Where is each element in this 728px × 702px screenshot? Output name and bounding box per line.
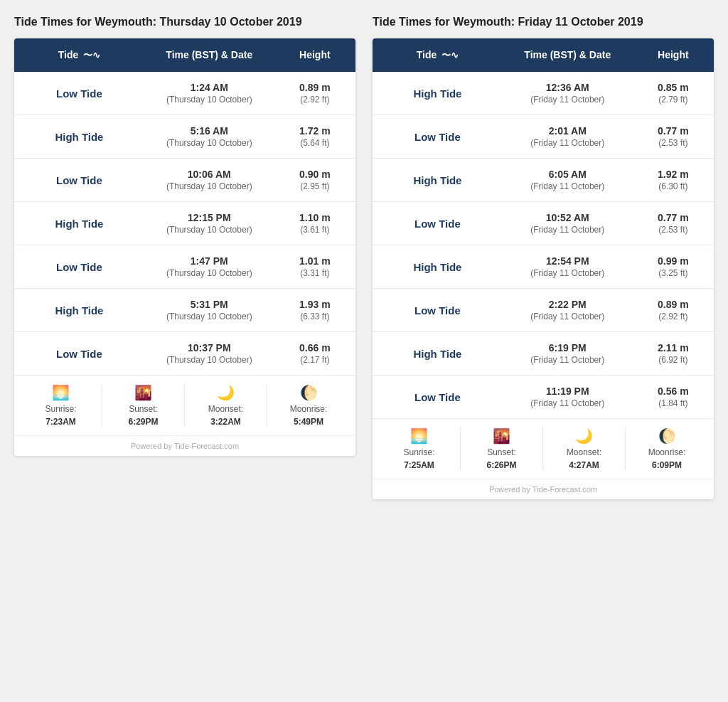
tide-time-value: 5:31 PM xyxy=(191,299,228,310)
tide-height-ft-value: (1.84 ft) xyxy=(658,398,687,408)
tide-height-m-value: 1.10 m xyxy=(299,212,331,223)
tide-height-cell: 1.93 m (6.33 ft) xyxy=(274,289,355,331)
tide-type-cell: High Tide xyxy=(14,202,144,245)
friday-rows: High Tide 12:36 AM (Friday 11 October) 0… xyxy=(373,72,714,418)
sunrise-icon-2: 🌅 xyxy=(410,427,428,445)
page-wrapper: Tide Times for Weymouth: Thursday 10 Oct… xyxy=(14,14,714,499)
tide-height-cell: 1.01 m (3.31 ft) xyxy=(274,245,355,288)
tide-time-cell: 12:15 PM (Thursday 10 October) xyxy=(144,202,274,245)
tide-type-label: High Tide xyxy=(413,174,461,186)
tide-height-cell: 0.85 m (2.79 ft) xyxy=(633,72,714,115)
table-row: Low Tide 10:06 AM (Thursday 10 October) … xyxy=(14,159,355,202)
tide-time-value: 2:01 AM xyxy=(549,125,587,137)
tide-type-cell: Low Tide xyxy=(14,72,144,115)
tide-date-value: (Friday 11 October) xyxy=(530,268,604,278)
tide-height-m-value: 2.11 m xyxy=(658,342,689,353)
friday-col-tide: Tide 〜∿ xyxy=(373,38,503,72)
thursday-col-height: Height xyxy=(274,38,355,72)
sunset-icon-2: 🌇 xyxy=(493,427,510,445)
tide-type-cell: Low Tide xyxy=(373,115,503,158)
tide-date-value: (Friday 11 October) xyxy=(530,355,604,365)
tide-time-value: 12:15 PM xyxy=(188,212,231,223)
thursday-powered-by: Powered by Tide-Forecast.com xyxy=(14,435,355,456)
thursday-title: Tide Times for Weymouth: Thursday 10 Oct… xyxy=(14,14,355,30)
tide-time-value: 1:47 PM xyxy=(191,255,228,267)
tide-height-cell: 0.99 m (3.25 ft) xyxy=(633,245,714,288)
moonrise-icon-2: 🌔 xyxy=(658,427,676,445)
tide-type-label: High Tide xyxy=(413,348,461,360)
tide-date-value: (Thursday 10 October) xyxy=(166,138,252,148)
tide-date-value: (Friday 11 October) xyxy=(530,398,604,408)
tide-time-cell: 12:54 PM (Friday 11 October) xyxy=(503,245,633,288)
tide-time-value: 6:19 PM xyxy=(549,342,587,353)
sunrise-icon: 🌅 xyxy=(52,384,70,401)
thursday-rows: Low Tide 1:24 AM (Thursday 10 October) 0… xyxy=(14,72,355,375)
tide-time-value: 5:16 AM xyxy=(191,125,228,137)
table-row: Low Tide 1:24 AM (Thursday 10 October) 0… xyxy=(14,72,355,115)
tide-time-value: 6:05 AM xyxy=(549,169,587,180)
tide-type-label: Low Tide xyxy=(414,391,461,403)
tide-type-cell: Low Tide xyxy=(373,376,503,418)
wave-icon-2: 〜∿ xyxy=(441,50,459,60)
moonrise-icon: 🌔 xyxy=(300,384,318,401)
tide-height-cell: 2.11 m (6.92 ft) xyxy=(633,332,714,375)
tide-height-m-value: 0.89 m xyxy=(658,299,689,310)
table-row: Low Tide 10:52 AM (Friday 11 October) 0.… xyxy=(373,202,714,245)
table-row: High Tide 12:54 PM (Friday 11 October) 0… xyxy=(373,245,714,289)
tide-height-ft-value: (2.92 ft) xyxy=(300,95,329,105)
table-row: High Tide 6:19 PM (Friday 11 October) 2.… xyxy=(373,332,714,376)
table-row: Low Tide 2:22 PM (Friday 11 October) 0.8… xyxy=(373,289,714,332)
tide-type-cell: High Tide xyxy=(373,332,503,375)
tide-time-cell: 2:01 AM (Friday 11 October) xyxy=(503,115,633,158)
tide-height-m-value: 0.77 m xyxy=(658,212,689,223)
moonset-icon: 🌙 xyxy=(217,384,235,401)
thursday-moonset: 🌙 Moonset: 3:22AM xyxy=(185,384,267,427)
tide-type-label: High Tide xyxy=(413,261,461,273)
tide-height-cell: 0.89 m (2.92 ft) xyxy=(633,289,714,331)
tide-height-m-value: 0.89 m xyxy=(299,82,331,93)
tide-height-m-value: 0.66 m xyxy=(299,342,331,353)
friday-col-height: Height xyxy=(633,38,714,72)
tide-height-cell: 0.90 m (2.95 ft) xyxy=(274,159,355,201)
tide-date-value: (Thursday 10 October) xyxy=(166,355,252,365)
tide-time-cell: 1:24 AM (Thursday 10 October) xyxy=(144,72,274,115)
tide-height-cell: 1.10 m (3.61 ft) xyxy=(274,202,355,245)
tide-height-cell: 1.72 m (5.64 ft) xyxy=(274,115,355,158)
tide-date-value: (Thursday 10 October) xyxy=(166,181,252,191)
tide-height-m-value: 1.72 m xyxy=(299,125,331,137)
tide-height-ft-value: (5.64 ft) xyxy=(300,138,329,148)
thursday-col-time: Time (BST) & Date xyxy=(144,38,274,72)
friday-header: Tide 〜∿ Time (BST) & Date Height xyxy=(373,38,714,72)
tide-time-cell: 10:06 AM (Thursday 10 October) xyxy=(144,159,274,201)
tide-date-value: (Friday 11 October) xyxy=(530,138,604,148)
tide-time-cell: 10:37 PM (Thursday 10 October) xyxy=(144,332,274,375)
tide-height-cell: 0.66 m (2.17 ft) xyxy=(274,332,355,375)
tide-date-value: (Thursday 10 October) xyxy=(166,225,252,235)
tide-time-value: 12:36 AM xyxy=(546,82,589,93)
tide-time-value: 10:06 AM xyxy=(188,169,231,180)
table-row: High Tide 12:36 AM (Friday 11 October) 0… xyxy=(373,72,714,115)
friday-moonrise: 🌔 Moonrise: 6:09PM xyxy=(626,427,708,470)
sunset-icon: 🌇 xyxy=(134,384,152,401)
tide-height-ft-value: (3.61 ft) xyxy=(300,225,329,235)
tide-type-label: Low Tide xyxy=(414,304,461,317)
tide-height-cell: 0.89 m (2.92 ft) xyxy=(274,72,355,115)
tide-time-cell: 12:36 AM (Friday 11 October) xyxy=(503,72,633,115)
tide-height-m-value: 1.01 m xyxy=(299,255,331,267)
tide-height-m-value: 0.56 m xyxy=(658,385,689,397)
tide-date-value: (Friday 11 October) xyxy=(530,312,604,321)
tide-height-ft-value: (2.53 ft) xyxy=(658,225,687,235)
tide-time-cell: 6:05 AM (Friday 11 October) xyxy=(503,159,633,201)
tide-type-cell: Low Tide xyxy=(373,289,503,331)
tide-height-ft-value: (6.33 ft) xyxy=(300,312,329,321)
tide-type-cell: Low Tide xyxy=(14,245,144,288)
tide-time-cell: 6:19 PM (Friday 11 October) xyxy=(503,332,633,375)
tide-height-cell: 0.77 m (2.53 ft) xyxy=(633,115,714,158)
tide-type-cell: High Tide xyxy=(373,159,503,201)
table-row: Low Tide 1:47 PM (Thursday 10 October) 1… xyxy=(14,245,355,289)
tide-height-ft-value: (3.31 ft) xyxy=(300,268,329,278)
tide-height-m-value: 1.92 m xyxy=(658,169,689,180)
tide-type-label: High Tide xyxy=(55,304,103,317)
thursday-sunrise: 🌅 Sunrise: 7:23AM xyxy=(20,384,102,427)
tide-time-value: 10:37 PM xyxy=(188,342,231,353)
